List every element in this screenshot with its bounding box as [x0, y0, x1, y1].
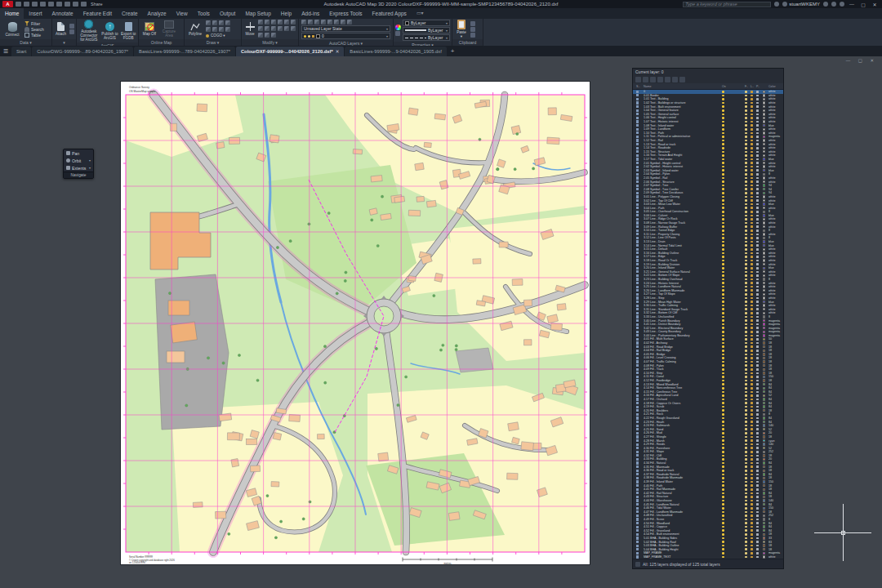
layer-freeze-icon[interactable] — [745, 421, 747, 423]
layer-lock-icon[interactable] — [751, 526, 753, 528]
layer-color-swatch[interactable] — [763, 421, 765, 423]
offset-icon[interactable] — [284, 26, 289, 31]
join-icon[interactable] — [265, 33, 270, 38]
layer-on-icon[interactable] — [722, 128, 724, 131]
layer-lock-icon[interactable] — [751, 98, 753, 100]
orbit-button[interactable]: Orbit▾ — [64, 157, 93, 164]
layer-lock-icon[interactable] — [751, 140, 753, 142]
layer-state-dropdown[interactable]: Unsaved Layer State▾ — [301, 25, 390, 32]
layer-lock-icon[interactable] — [751, 451, 753, 453]
layer-on-icon[interactable] — [722, 492, 724, 495]
layer-lock-icon[interactable] — [751, 151, 753, 154]
layer-on-icon[interactable] — [722, 364, 724, 367]
layer-on-icon[interactable] — [722, 237, 724, 239]
layer-lock-icon[interactable] — [751, 185, 753, 187]
layer-plot-icon[interactable] — [756, 237, 759, 239]
layer-freeze-icon[interactable] — [745, 556, 747, 559]
layer-lock-icon[interactable] — [751, 432, 753, 434]
layer-on-icon[interactable] — [722, 199, 724, 202]
layer-plot-icon[interactable] — [756, 380, 759, 382]
layer-color-swatch[interactable] — [763, 244, 765, 247]
layer-freeze-icon[interactable] — [745, 503, 747, 506]
layer-color-swatch[interactable] — [763, 143, 765, 145]
layer-freeze-icon[interactable] — [745, 432, 747, 434]
layer-dropdown[interactable]: 0▾ — [301, 33, 390, 39]
ribbon-minimize-icon[interactable]: ▭▾ — [416, 8, 424, 19]
layer-plot-icon[interactable] — [756, 455, 759, 457]
layer-freeze-icon[interactable] — [745, 136, 747, 138]
layer-lock-icon[interactable] — [751, 121, 753, 123]
layer-color-swatch[interactable] — [763, 402, 765, 404]
layer-on-icon[interactable] — [722, 196, 724, 198]
layer-lock-icon[interactable] — [751, 436, 753, 439]
copy-icon[interactable] — [258, 26, 263, 31]
layer-freeze-icon[interactable] — [745, 361, 747, 363]
layer-plot-icon[interactable] — [756, 443, 759, 446]
layer-lock-icon[interactable] — [751, 402, 753, 404]
layer-freeze-icon[interactable] — [745, 196, 747, 198]
layer-plot-icon[interactable] — [756, 114, 759, 116]
layer-on-icon[interactable] — [722, 361, 724, 363]
save-icon[interactable] — [40, 2, 46, 7]
layer-lock-icon[interactable] — [751, 391, 753, 394]
layer-plot-icon[interactable] — [756, 529, 759, 532]
layer-on-icon[interactable] — [722, 357, 724, 359]
layer-freeze-icon[interactable] — [745, 338, 747, 341]
layer-on-icon[interactable] — [722, 391, 724, 394]
layer-lock-icon[interactable] — [751, 376, 753, 378]
rotate-icon[interactable] — [258, 20, 263, 24]
layer-color-swatch[interactable] — [763, 203, 765, 205]
layer-freeze-icon[interactable] — [745, 413, 747, 416]
layer-plot-icon[interactable] — [756, 399, 759, 401]
layer-lock-icon[interactable] — [751, 496, 753, 498]
stretch-icon[interactable] — [271, 26, 276, 31]
layer-freeze-icon[interactable] — [745, 132, 747, 135]
redo-icon[interactable] — [73, 2, 78, 7]
layer-on-icon[interactable] — [722, 345, 724, 348]
layer-on-icon[interactable] — [722, 477, 724, 479]
layer-column-headers[interactable]: S.. Name On F.. L.. P.. Color — [633, 83, 783, 90]
layer-plot-icon[interactable] — [756, 95, 759, 97]
layer-color-swatch[interactable] — [763, 548, 765, 550]
layer-freeze-icon[interactable] — [745, 529, 747, 532]
layer-color-swatch[interactable] — [763, 147, 765, 149]
layer-color-swatch[interactable] — [763, 263, 765, 265]
layer-plot-icon[interactable] — [756, 185, 759, 187]
layer-plot-icon[interactable] — [756, 180, 759, 183]
layer-plot-icon[interactable] — [756, 192, 759, 194]
file-tab[interactable]: ColourDWG-999999-...89-04042026_1907* — [32, 47, 133, 56]
panel-label-attach[interactable]: ▾ — [52, 39, 76, 46]
layer-lock-icon[interactable] — [751, 308, 753, 310]
layer-plot-icon[interactable] — [756, 271, 759, 274]
layer-freeze-icon[interactable] — [745, 533, 747, 536]
layer-freeze-icon[interactable] — [745, 545, 747, 547]
polyline-button[interactable]: Polyline — [186, 23, 204, 36]
layer-plot-icon[interactable] — [756, 301, 759, 303]
layer-freeze-icon[interactable] — [745, 548, 747, 550]
new-group-filter-icon[interactable] — [643, 77, 648, 82]
layer-lock-icon[interactable] — [751, 109, 753, 112]
layer-freeze-icon[interactable] — [745, 507, 747, 510]
layer-freeze-icon[interactable] — [745, 222, 747, 225]
close-button[interactable]: ✕ — [871, 2, 879, 7]
layer-lock-icon[interactable] — [751, 443, 753, 446]
layer-on-icon[interactable] — [722, 192, 724, 194]
layer-plot-icon[interactable] — [756, 132, 759, 135]
layer-color-swatch[interactable] — [763, 353, 765, 355]
layer-lock-icon[interactable] — [751, 237, 753, 239]
layer-plot-icon[interactable] — [756, 143, 759, 145]
layer-plot-icon[interactable] — [756, 244, 759, 247]
layer-lock-icon[interactable] — [751, 278, 753, 281]
tab-close-icon[interactable]: ✕ — [336, 49, 340, 54]
layer-freeze-icon[interactable] — [745, 526, 747, 528]
copy-icon[interactable] — [470, 27, 475, 32]
layer-freeze-icon[interactable] — [745, 109, 747, 112]
layer-lock-icon[interactable] — [751, 331, 753, 333]
layer-color-swatch[interactable] — [763, 131, 765, 134]
layer-freeze-icon[interactable] — [745, 319, 747, 322]
layer-color-swatch[interactable] — [763, 296, 765, 299]
panel-label-autocad-layers[interactable]: AutoCAD Layers ▾ — [299, 40, 393, 46]
layer-lock-icon[interactable] — [751, 225, 753, 228]
layer-plot-icon[interactable] — [756, 169, 759, 172]
layer-on-icon[interactable] — [722, 428, 724, 430]
